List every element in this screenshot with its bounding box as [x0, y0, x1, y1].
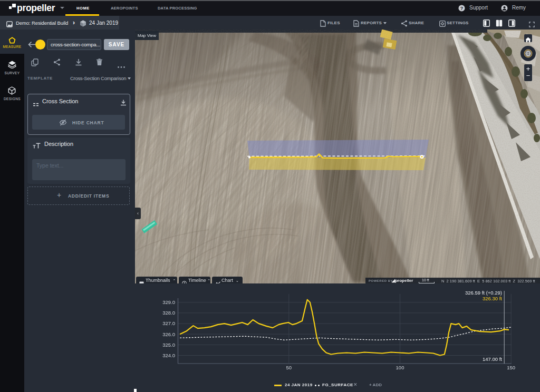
svg-text:326.59 ft (+0.29): 326.59 ft (+0.29)	[465, 290, 502, 296]
svg-text:100: 100	[396, 365, 404, 370]
svg-text:326.0: 326.0	[162, 331, 175, 337]
svg-text:325.0: 325.0	[162, 342, 175, 348]
svg-text:324.0: 324.0	[162, 352, 175, 358]
svg-text:329.0: 329.0	[162, 299, 175, 305]
svg-text:326.30 ft: 326.30 ft	[483, 296, 502, 301]
svg-text:150: 150	[507, 365, 515, 370]
svg-text:327.0: 327.0	[162, 320, 175, 326]
svg-text:?: ?	[460, 6, 464, 11]
svg-text:147.00 ft: 147.00 ft	[483, 356, 502, 362]
svg-text:328.0: 328.0	[162, 310, 175, 316]
svg-text:50: 50	[286, 365, 292, 370]
